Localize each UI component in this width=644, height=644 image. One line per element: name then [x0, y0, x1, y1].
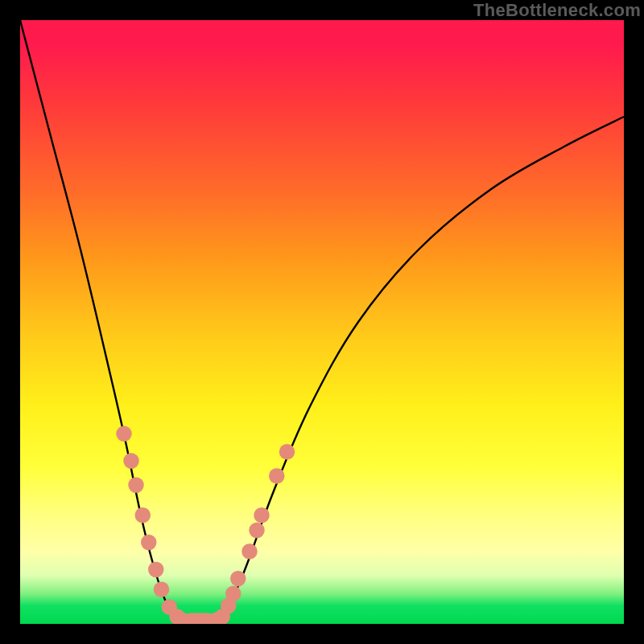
data-dot — [128, 477, 144, 493]
curves-svg — [20, 20, 624, 624]
data-dot — [225, 586, 242, 602]
data-dot — [116, 426, 132, 442]
data-dot — [230, 571, 246, 587]
dots-left-group — [116, 426, 185, 624]
data-dot — [279, 444, 295, 460]
plot-area — [20, 20, 624, 624]
dots-right-group — [215, 444, 295, 625]
data-dot — [269, 469, 285, 485]
watermark-text: TheBottleneck.com — [473, 0, 641, 21]
data-dot — [242, 543, 258, 559]
data-dot — [154, 582, 170, 598]
data-dot — [148, 562, 164, 578]
data-dot — [254, 507, 270, 523]
data-dot — [123, 453, 139, 469]
curve-left — [20, 20, 184, 624]
data-dot — [141, 535, 157, 551]
data-dot — [135, 507, 151, 523]
curve-right — [213, 117, 624, 624]
valley-blob — [174, 613, 225, 624]
outer-frame: TheBottleneck.com — [0, 0, 644, 644]
data-dot — [249, 522, 265, 539]
